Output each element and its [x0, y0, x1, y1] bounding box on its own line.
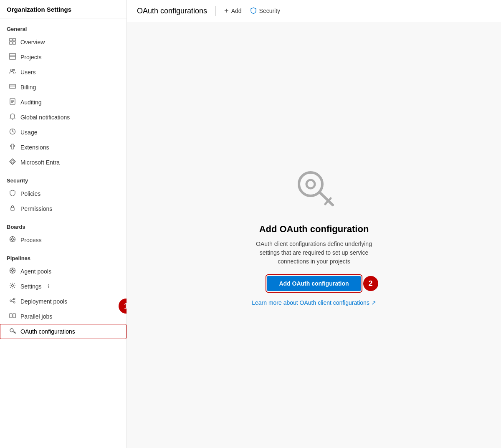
svg-rect-9: [10, 84, 15, 89]
sidebar-item-process-label: Process: [20, 237, 42, 243]
svg-line-34: [12, 299, 13, 300]
sidebar-item-settings[interactable]: Settings ℹ: [0, 279, 127, 294]
learn-more-label: Learn more about OAuth client configurat…: [252, 299, 369, 306]
oauth-btn-wrapper: Add OAuth configuration 2: [267, 273, 360, 294]
sidebar-item-process[interactable]: Process: [0, 233, 127, 248]
sidebar-item-auditing-label: Auditing: [20, 99, 42, 106]
main-content: OAuth configurations + Add Security: [127, 0, 501, 448]
policies-icon: [9, 190, 16, 198]
sidebar-item-deployment-pools[interactable]: Deployment pools: [0, 294, 127, 309]
svg-point-30: [12, 285, 14, 287]
key-icon: [289, 164, 339, 214]
sidebar-title: Organization Settings: [0, 0, 127, 18]
sidebar-item-policies-label: Policies: [20, 190, 40, 197]
svg-point-43: [306, 180, 315, 188]
microsoft-entra-icon: [9, 158, 16, 167]
security-action[interactable]: Security: [250, 7, 281, 15]
billing-icon: [9, 83, 16, 91]
svg-marker-15: [10, 159, 15, 165]
sidebar-item-microsoft-entra-label: Microsoft Entra: [20, 159, 60, 166]
sidebar-item-auditing[interactable]: Auditing: [0, 95, 127, 110]
security-header-icon: [250, 7, 257, 15]
header-divider: [215, 6, 216, 16]
section-label-boards: Boards: [0, 216, 127, 233]
svg-point-7: [11, 69, 13, 71]
add-label: Add: [231, 8, 242, 14]
sidebar-item-parallel-jobs-label: Parallel jobs: [20, 313, 52, 320]
process-icon: [9, 236, 16, 244]
sidebar-item-microsoft-entra[interactable]: Microsoft Entra: [0, 155, 127, 170]
settings-badge-icon: ℹ: [48, 283, 50, 289]
sidebar-item-settings-label: Settings: [20, 283, 42, 290]
overview-icon: [9, 38, 16, 46]
notifications-icon: [9, 113, 16, 121]
extensions-icon: [9, 143, 16, 152]
permissions-icon: [9, 205, 16, 213]
svg-rect-4: [10, 53, 15, 59]
empty-state: Add OAuth configuration OAuth client con…: [247, 164, 381, 306]
usage-icon: [9, 128, 16, 137]
svg-point-25: [12, 270, 14, 272]
sidebar-item-billing-label: Billing: [20, 84, 36, 91]
section-label-pipelines: Pipelines: [0, 248, 127, 264]
sidebar-item-projects[interactable]: Projects: [0, 50, 127, 65]
svg-rect-0: [10, 38, 12, 41]
sidebar: Organization Settings General Overview P…: [0, 0, 127, 448]
sidebar-item-users[interactable]: Users: [0, 65, 127, 80]
deployment-pools-icon: [9, 297, 16, 306]
svg-line-35: [12, 301, 13, 302]
svg-line-46: [325, 202, 327, 204]
sidebar-item-extensions-label: Extensions: [20, 144, 49, 151]
sidebar-item-overview-label: Overview: [20, 39, 45, 46]
oauth-configurations-icon: [9, 327, 16, 336]
security-label: Security: [259, 8, 281, 14]
main-body: Add OAuth configuration OAuth client con…: [127, 22, 501, 448]
sidebar-item-usage-label: Usage: [20, 129, 37, 136]
projects-icon: [9, 53, 16, 61]
svg-point-31: [10, 300, 12, 301]
empty-state-description: OAuth client configurations define under…: [247, 240, 381, 266]
svg-point-32: [13, 298, 15, 300]
sidebar-item-permissions[interactable]: Permissions: [0, 201, 127, 216]
add-oauth-configuration-button[interactable]: Add OAuth configuration: [267, 276, 360, 291]
svg-rect-37: [13, 314, 15, 318]
sidebar-item-permissions-label: Permissions: [20, 205, 52, 212]
sidebar-item-deployment-pools-label: Deployment pools: [20, 298, 67, 305]
sidebar-item-agent-pools-label: Agent pools: [20, 268, 51, 275]
sidebar-item-parallel-jobs[interactable]: Parallel jobs: [0, 309, 127, 324]
sidebar-item-users-label: Users: [20, 69, 36, 76]
sidebar-item-billing[interactable]: Billing: [0, 80, 127, 95]
svg-line-45: [329, 198, 331, 201]
sidebar-item-projects-label: Projects: [20, 54, 42, 61]
parallel-jobs-icon: [9, 312, 16, 321]
sidebar-item-extensions[interactable]: Extensions: [0, 140, 127, 155]
svg-point-42: [299, 172, 322, 196]
sidebar-item-global-notifications-label: Global notifications: [20, 114, 70, 121]
svg-line-40: [14, 332, 15, 332]
external-link-icon: ↗: [371, 299, 376, 306]
empty-state-title: Add OAuth configuration: [259, 224, 369, 235]
svg-rect-1: [13, 38, 15, 41]
sidebar-item-oauth-configurations-label: OAuth configurations: [20, 328, 75, 335]
svg-point-8: [13, 69, 15, 71]
main-header: OAuth configurations + Add Security: [127, 0, 501, 22]
settings-pipeline-icon: [9, 282, 16, 291]
badge-2: 2: [363, 276, 378, 291]
svg-rect-2: [10, 42, 12, 44]
svg-rect-17: [11, 208, 14, 210]
sidebar-item-overview[interactable]: Overview: [0, 35, 127, 50]
sidebar-item-usage[interactable]: Usage: [0, 125, 127, 140]
learn-more-link[interactable]: Learn more about OAuth client configurat…: [252, 299, 376, 306]
sidebar-item-policies[interactable]: Policies: [0, 186, 127, 201]
page-title: OAuth configurations: [137, 7, 207, 15]
svg-point-33: [13, 301, 15, 303]
add-action[interactable]: + Add: [224, 7, 241, 15]
svg-rect-36: [10, 314, 12, 318]
section-label-general: General: [0, 18, 127, 35]
section-label-security: Security: [0, 170, 127, 186]
svg-rect-3: [13, 42, 15, 44]
sidebar-item-oauth-configurations[interactable]: OAuth configurations 1: [0, 324, 127, 339]
svg-marker-16: [11, 160, 14, 163]
sidebar-item-global-notifications[interactable]: Global notifications: [0, 110, 127, 125]
sidebar-item-agent-pools[interactable]: Agent pools: [0, 264, 127, 279]
